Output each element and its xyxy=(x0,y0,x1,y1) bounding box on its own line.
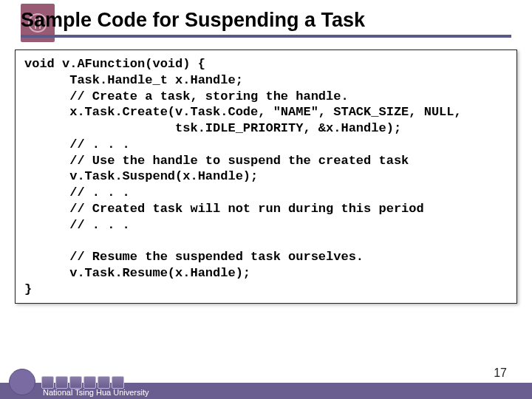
page-number: 17 xyxy=(494,366,507,380)
slide: Sample Code for Suspending a Task void v… xyxy=(0,0,532,399)
university-seal-icon xyxy=(9,369,35,395)
title-area: Sample Code for Suspending a Task xyxy=(0,0,532,42)
footer-university-name: National Tsing Hua University xyxy=(43,388,149,397)
university-wordmark xyxy=(41,375,152,389)
code-sample: void v.AFunction(void) { Task.Handle_t x… xyxy=(15,50,517,304)
title-underline xyxy=(21,35,511,38)
slide-title: Sample Code for Suspending a Task xyxy=(21,9,511,32)
footer: National Tsing Hua University 17 xyxy=(0,365,532,399)
